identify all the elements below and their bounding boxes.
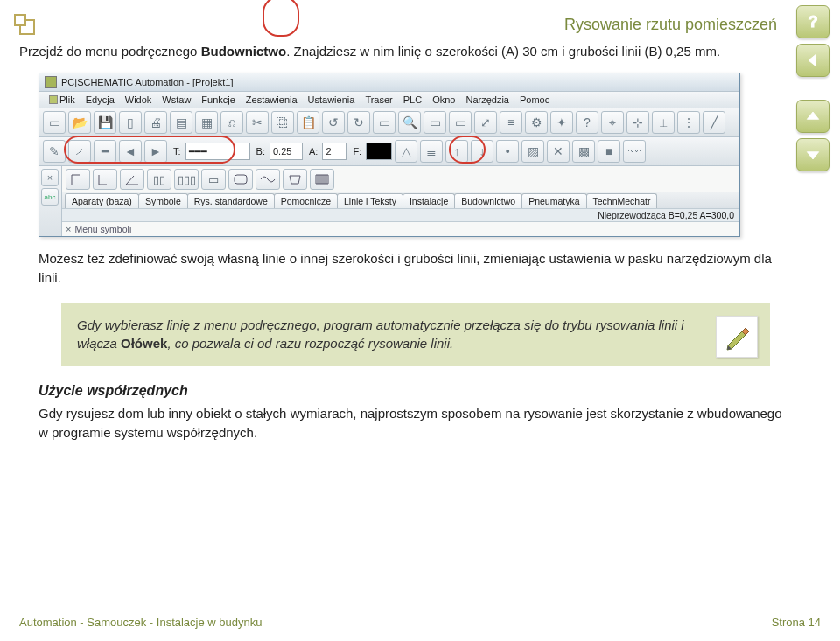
section-body: Gdy rysujesz dom lub inny obiekt o stały…	[38, 404, 786, 442]
tab-pneumatyka[interactable]: Pneumatyka	[522, 193, 586, 208]
shape-angle[interactable]	[120, 169, 144, 190]
toolbar-btn[interactable]: ✂	[246, 111, 269, 134]
tabs-row: Aparaty (baza) Symbole Rys. standardowe …	[62, 192, 739, 208]
tab-symbole[interactable]: Symbole	[138, 193, 188, 208]
shape-bath[interactable]	[228, 169, 253, 190]
menu-pomoc[interactable]: Pomoc	[515, 94, 554, 106]
tab-techn[interactable]: TechnMechatr	[586, 193, 658, 208]
paragraph-2: Możesz też zdefiniować swoją własną lini…	[38, 249, 786, 288]
nav-prev-button[interactable]	[796, 44, 830, 77]
toolbar-btn[interactable]: 🔍	[398, 111, 421, 134]
menu-wstaw[interactable]: Wstaw	[158, 94, 195, 106]
field-a[interactable]: 2	[322, 143, 346, 160]
toolbar-btn[interactable]: ▦	[195, 111, 218, 134]
toolbar-btn[interactable]: ⿻	[271, 111, 294, 134]
menu-okno[interactable]: Okno	[428, 94, 459, 106]
down-icon[interactable]: ↓	[471, 140, 494, 163]
dot-icon[interactable]: •	[496, 140, 519, 163]
toolbar-btn[interactable]: ▭	[424, 111, 446, 134]
menu-widok[interactable]: Widok	[121, 94, 157, 106]
toolbar-btn[interactable]: ▯	[119, 111, 142, 134]
shape-door1[interactable]	[66, 169, 90, 190]
section-heading: Użycie współrzędnych	[38, 383, 821, 399]
toolbar-btn[interactable]: 🖨	[144, 111, 167, 134]
menu-funkcje[interactable]: Funkcje	[197, 94, 240, 106]
toolbar-btn[interactable]: ▭	[449, 111, 472, 134]
toolbar-btn[interactable]: ↺	[322, 111, 345, 134]
app-title-text: PC|SCHEMATIC Automation - [Projekt1]	[61, 77, 233, 87]
menu-zestawienia[interactable]: Zestawienia	[242, 94, 302, 106]
toolbar-btn[interactable]: ▭	[43, 111, 66, 134]
toolbar-btn[interactable]: ⚙	[525, 111, 548, 134]
shape-window3[interactable]: ▯▯▯	[174, 169, 199, 190]
app-icon	[45, 76, 57, 88]
toolbar-btn[interactable]: ≡	[500, 111, 522, 134]
menu-plik[interactable]: Plik	[60, 94, 75, 105]
hatch1-icon[interactable]: ▨	[522, 140, 544, 163]
svg-text:?: ?	[808, 12, 818, 31]
toolbar-btn[interactable]: ⟂	[652, 111, 675, 134]
shape-wave[interactable]	[256, 169, 280, 190]
toolbar-btn[interactable]: ?	[576, 111, 598, 134]
app-titlebar: PC|SCHEMATIC Automation - [Projekt1]	[39, 73, 739, 91]
menu-traser[interactable]: Traser	[360, 94, 396, 106]
line-tool[interactable]: ⟋	[68, 140, 91, 163]
toolbar-btn[interactable]: ✦	[550, 111, 573, 134]
bars-icon[interactable]: ≣	[420, 140, 443, 163]
toolbar-btn[interactable]: ⤢	[474, 111, 497, 134]
field-f[interactable]	[366, 143, 392, 160]
field-t[interactable]: ━━━	[186, 143, 250, 160]
footer-right: Strona 14	[772, 616, 821, 629]
cross-icon[interactable]: ✕	[547, 140, 570, 163]
field-b[interactable]: 0.25	[270, 143, 303, 160]
menu-narzedzia[interactable]: Narzędzia	[461, 94, 514, 106]
arrow-right-icon[interactable]: ►	[144, 140, 167, 163]
up-icon[interactable]: ↑	[445, 140, 468, 163]
tab-budownictwo[interactable]: Budownictwo	[454, 193, 522, 208]
nav-down-button[interactable]	[796, 138, 830, 171]
close-x2-icon[interactable]: ×	[66, 224, 71, 234]
menu-ustawienia[interactable]: Ustawienia	[304, 94, 360, 106]
toolbar-btn[interactable]: 📋	[297, 111, 319, 134]
tab-rys-std[interactable]: Rys. standardowe	[187, 193, 275, 208]
toolbar-btn[interactable]: ▤	[170, 111, 192, 134]
nav-up-button[interactable]	[796, 100, 830, 133]
line-style[interactable]: ━	[94, 140, 116, 163]
shape-window1[interactable]: ▭	[201, 169, 226, 190]
menu-plc[interactable]: PLC	[399, 94, 426, 106]
hatch2-icon[interactable]: ▩	[572, 140, 595, 163]
shape-stairs[interactable]	[310, 169, 334, 190]
zigzag-icon[interactable]: 〰	[623, 140, 646, 163]
pencil-icon[interactable]: ✎	[43, 140, 66, 163]
shape-sink[interactable]	[283, 169, 307, 190]
tab-instalacje[interactable]: Instalacje	[402, 193, 455, 208]
shape-window2[interactable]: ▯▯	[147, 169, 172, 190]
page-icon	[19, 19, 35, 35]
tab-pomocnicze[interactable]: Pomocnicze	[274, 193, 338, 208]
toolbar-btn[interactable]: ▭	[373, 111, 396, 134]
footer-left: Automation - Samouczek - Instalacje w bu…	[19, 616, 262, 629]
field-t-label: T:	[173, 146, 181, 157]
arrow-left-icon[interactable]: ◄	[119, 140, 142, 163]
toolbar-btn[interactable]: ⎌	[220, 111, 243, 134]
menu-edycja[interactable]: Edycja	[81, 94, 119, 106]
toolbar-btn[interactable]: ╱	[703, 111, 725, 134]
field-a-label: A:	[309, 146, 318, 157]
abc-icon[interactable]: abc	[41, 188, 59, 206]
field-b-label: B:	[256, 146, 265, 157]
toolbar-btn[interactable]: 📂	[68, 111, 91, 134]
tri-icon[interactable]: △	[395, 140, 417, 163]
tab-aparaty[interactable]: Aparaty (baza)	[65, 193, 139, 208]
close-x-icon[interactable]: ×	[41, 169, 59, 186]
toolbar-btn[interactable]: ↻	[347, 111, 370, 134]
shape-door2[interactable]	[93, 169, 117, 190]
line-toolbar: ✎ ⟋ ━ ◄ ► T: ━━━ B: 0.25 A: 2 F: △ ≣ ↑ ↓…	[39, 136, 739, 165]
solid-icon[interactable]: ■	[598, 140, 620, 163]
tab-linie[interactable]: Linie i Teksty	[337, 193, 403, 208]
toolbar-btn[interactable]: ⋮	[677, 111, 700, 134]
toolbar-btn[interactable]: ⌖	[601, 111, 624, 134]
help-button[interactable]: ?	[796, 5, 830, 38]
intro-paragraph: Przejdź do menu podręcznego Budownictwo.…	[19, 42, 821, 60]
toolbar-btn[interactable]: ⊹	[626, 111, 649, 134]
toolbar-btn[interactable]: 💾	[94, 111, 116, 134]
